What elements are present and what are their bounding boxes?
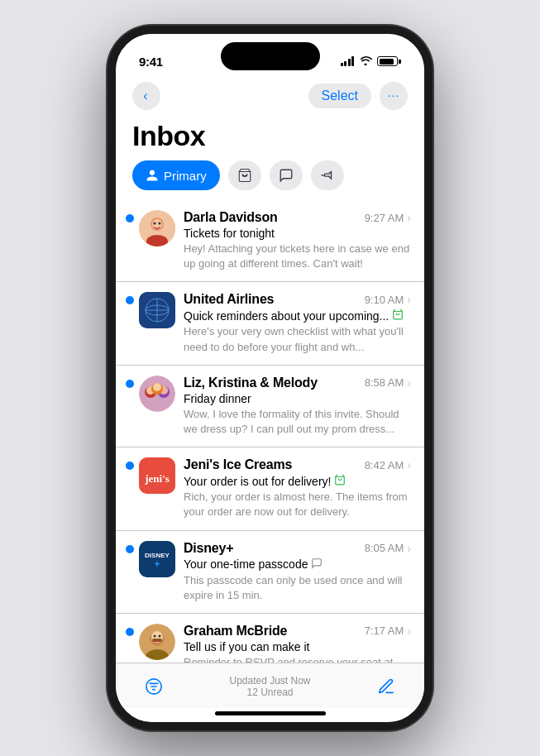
phone-frame: 9:41 — [108, 26, 432, 730]
svg-text:+: + — [154, 558, 160, 570]
svg-point-2 — [152, 219, 162, 229]
svg-point-4 — [154, 222, 156, 225]
select-button[interactable]: Select — [308, 84, 371, 108]
avatar-image: jeni's — [139, 457, 175, 494]
avatar-image — [139, 210, 175, 246]
unread-indicator — [126, 380, 134, 388]
svg-point-5 — [159, 222, 161, 225]
avatar — [139, 376, 175, 412]
mail-meta: 7:17 AM › — [365, 624, 411, 638]
sender-name: Darla Davidson — [184, 210, 278, 225]
svg-point-17 — [153, 383, 161, 391]
mail-preview: Reminder to RSVP and reserve your seat a… — [184, 655, 411, 663]
mail-meta: 9:10 AM › — [365, 293, 411, 306]
mail-item[interactable]: jeni's Jeni's Ice Creams 8:42 AM › Your … — [116, 447, 424, 530]
mail-content: Disney+ 8:05 AM › Your one-time passcode… — [184, 541, 411, 603]
mail-item[interactable]: United Airlines 9:10 AM › Quick reminder… — [116, 282, 424, 365]
tab-social[interactable] — [270, 160, 303, 190]
mail-header: United Airlines 9:10 AM › — [184, 292, 411, 307]
status-bar: 9:41 — [116, 34, 424, 77]
mail-time: 8:58 AM — [365, 376, 404, 389]
chevron-right-icon: › — [407, 211, 411, 224]
tab-promotions[interactable] — [311, 160, 344, 190]
screen: 9:41 — [116, 34, 424, 722]
avatar — [139, 624, 175, 660]
tab-shopping[interactable] — [228, 160, 261, 190]
avatar-image — [139, 376, 175, 412]
mail-subject: Your order is out for delivery! — [184, 474, 411, 488]
mail-subject: Tell us if you can make it — [184, 640, 411, 653]
mail-header: Disney+ 8:05 AM › — [184, 541, 411, 556]
sender-name: Jeni's Ice Creams — [184, 457, 292, 472]
status-time: 9:41 — [139, 55, 163, 69]
unread-count: 12 Unread — [229, 687, 310, 698]
filter-button[interactable] — [139, 672, 169, 701]
sender-name: Liz, Kristina & Melody — [184, 376, 318, 390]
mail-content: Liz, Kristina & Melody 8:58 AM › Friday … — [184, 376, 411, 437]
unread-indicator — [126, 214, 134, 222]
mail-time: 9:27 AM — [365, 212, 404, 224]
mail-meta: 9:27 AM › — [365, 211, 411, 224]
unread-indicator — [126, 296, 134, 304]
chevron-right-icon: › — [407, 458, 411, 471]
tab-primary[interactable]: Primary — [132, 160, 220, 190]
svg-point-28 — [154, 634, 156, 637]
mail-time: 8:05 AM — [365, 542, 404, 554]
mail-preview: Wow, I love the formality of this invite… — [184, 407, 411, 437]
mail-subject: Quick reminders about your upcoming... — [184, 309, 411, 323]
mail-subject: Friday dinner — [184, 392, 411, 405]
mail-item[interactable]: DISNEY + Disney+ 8:05 AM › Your one-time… — [116, 531, 424, 614]
megaphone-icon — [320, 168, 335, 183]
mail-time: 9:10 AM — [365, 294, 404, 306]
back-button[interactable]: ‹ — [132, 82, 160, 110]
cart-icon — [237, 168, 252, 183]
mail-header: Jeni's Ice Creams 8:42 AM › — [184, 457, 411, 472]
avatar-image — [139, 624, 175, 660]
ellipsis-icon: ··· — [388, 89, 400, 102]
mail-header: Liz, Kristina & Melody 8:58 AM › — [184, 376, 411, 390]
chevron-right-icon: › — [407, 624, 411, 638]
mail-list: Darla Davidson 9:27 AM › Tickets for ton… — [116, 200, 424, 663]
mail-preview: Rich, your order is almost here. The ite… — [184, 490, 411, 519]
mail-item[interactable]: Liz, Kristina & Melody 8:58 AM › Friday … — [116, 366, 424, 447]
chevron-left-icon: ‹ — [143, 89, 147, 103]
home-indicator — [215, 711, 326, 715]
cart-badge-icon-2 — [334, 474, 346, 486]
shopping-badge-icon — [334, 474, 346, 488]
status-icons — [341, 55, 402, 68]
mail-header: Graham McBride 7:17 AM › — [184, 624, 411, 639]
compose-button[interactable] — [371, 672, 401, 701]
avatar: jeni's — [139, 457, 175, 494]
sender-name: United Airlines — [184, 292, 274, 307]
svg-text:jeni's: jeni's — [144, 472, 170, 485]
cart-badge-icon — [392, 309, 404, 320]
mail-preview: Here's your very own checklist with what… — [184, 324, 411, 354]
avatar — [139, 210, 175, 246]
filter-icon — [145, 677, 163, 696]
avatar: DISNEY + — [139, 541, 175, 577]
bottom-toolbar: Updated Just Now 12 Unread — [116, 663, 424, 708]
mail-preview: This passcode can only be used once and … — [184, 573, 411, 603]
mail-content: Jeni's Ice Creams 8:42 AM › Your order i… — [184, 457, 411, 519]
avatar-image: DISNEY + — [139, 541, 175, 577]
mail-item[interactable]: Graham McBride 7:17 AM › Tell us if you … — [116, 614, 424, 663]
mail-item[interactable]: Darla Davidson 9:27 AM › Tickets for ton… — [116, 200, 424, 282]
update-status: Updated Just Now — [229, 675, 310, 687]
nav-bar: ‹ Select ··· — [116, 77, 424, 117]
mail-preview: Hey! Attaching your tickets here in case… — [184, 242, 411, 271]
tab-primary-label: Primary — [164, 169, 207, 183]
mail-content: Darla Davidson 9:27 AM › Tickets for ton… — [184, 210, 411, 271]
svg-point-29 — [159, 634, 161, 637]
unread-indicator — [126, 545, 134, 553]
chevron-right-icon: › — [407, 542, 411, 555]
more-button[interactable]: ··· — [380, 82, 408, 110]
sender-name: Graham McBride — [184, 624, 287, 639]
toolbar-status: Updated Just Now 12 Unread — [229, 675, 310, 698]
shopping-badge-icon — [392, 309, 404, 323]
signal-bars-icon — [341, 56, 355, 66]
mail-header: Darla Davidson 9:27 AM › — [184, 210, 411, 225]
mail-time: 7:17 AM — [365, 624, 404, 637]
person-icon — [146, 169, 159, 182]
dynamic-island — [221, 42, 320, 70]
category-tabs: Primary — [116, 160, 424, 200]
